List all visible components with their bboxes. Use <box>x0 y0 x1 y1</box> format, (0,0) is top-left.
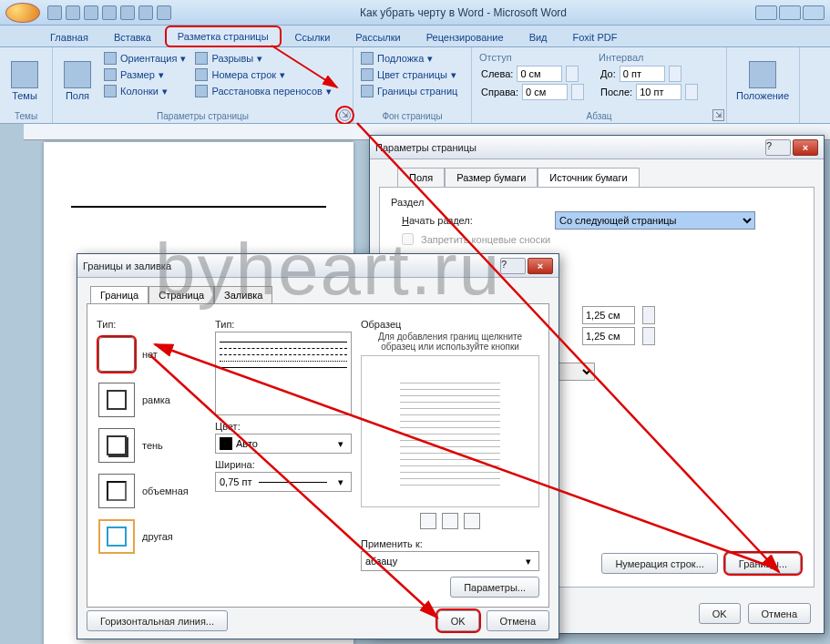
orientation-icon <box>104 52 117 65</box>
qat-item-icon[interactable] <box>157 5 171 20</box>
edge-vcenter-button[interactable] <box>442 513 458 529</box>
margins-button[interactable]: Поля <box>58 51 97 111</box>
edge-left-button[interactable] <box>420 513 436 529</box>
tab-view[interactable]: Вид <box>517 27 559 46</box>
page-setup-cancel-button[interactable]: Отмена <box>748 603 811 624</box>
spacing-header: Интервал <box>597 51 698 64</box>
line-numbers-dialog-button[interactable]: Нумерация строк... <box>601 553 717 574</box>
columns-icon <box>104 85 117 97</box>
bs-tab-borders[interactable]: Граница <box>90 286 149 304</box>
tab-home[interactable]: Главная <box>38 27 100 46</box>
border-type-none[interactable]: нет <box>97 335 206 373</box>
horizontal-line-button[interactable]: Горизонтальная линия... <box>87 610 228 631</box>
spacing-after-input[interactable] <box>636 84 681 100</box>
themes-button[interactable]: Темы <box>5 51 44 111</box>
hyphenation-button[interactable]: Расстановка переносов ▾ <box>193 84 333 98</box>
indent-right-input[interactable] <box>522 84 568 100</box>
borders-dialog-button[interactable]: Границы... <box>725 553 801 574</box>
spin-up-icon[interactable] <box>566 66 579 82</box>
qat-redo-icon[interactable] <box>84 5 98 20</box>
dialog-help-button[interactable]: ? <box>765 139 791 156</box>
qat-item-icon[interactable] <box>138 5 153 20</box>
watermark-icon <box>361 52 374 65</box>
size-button[interactable]: Размер ▾ <box>102 67 188 82</box>
border-options-button[interactable]: Параметры... <box>450 577 539 598</box>
tab-insert[interactable]: Вставка <box>102 27 163 46</box>
tab-review[interactable]: Рецензирование <box>415 27 516 46</box>
page-setup-launcher[interactable]: ⇲ <box>339 109 351 121</box>
spacing-after-spinner[interactable]: После: <box>597 84 698 100</box>
width-label: Ширина: <box>215 459 352 470</box>
page-color-icon <box>361 68 374 81</box>
tab-mailings[interactable]: Рассылки <box>343 27 412 46</box>
qat-save-icon[interactable] <box>47 5 62 20</box>
border-type-box[interactable]: рамка <box>97 381 206 419</box>
minimize-button[interactable] <box>755 5 777 20</box>
dialog-close-button[interactable]: × <box>793 139 818 156</box>
border-width-combo[interactable]: 0,75 пт ▾ <box>215 472 352 492</box>
margins-icon <box>64 61 91 88</box>
borders-cancel-button[interactable]: Отмена <box>487 610 549 631</box>
borders-dialog-title: Границы и заливка <box>83 261 171 271</box>
header-distance-input[interactable] <box>582 306 635 324</box>
indent-right-spinner[interactable]: Справа: <box>477 84 584 100</box>
office-button[interactable] <box>5 3 40 23</box>
borders-ok-button[interactable]: OK <box>437 610 479 631</box>
dialog-close-button[interactable]: × <box>528 258 553 274</box>
ribbon: Темы Темы Поля Ориентация ▾ Размер ▾ Кол… <box>0 47 830 124</box>
indent-left-input[interactable] <box>517 66 562 82</box>
border-type-custom[interactable]: другая <box>97 517 206 556</box>
ps-tab-margins[interactable]: Поля <box>397 168 445 188</box>
breaks-button[interactable]: Разрывы ▾ <box>193 51 333 66</box>
qat-item-icon[interactable] <box>102 5 117 20</box>
border-type-3d[interactable]: объемная <box>97 472 206 510</box>
spin-icon[interactable] <box>642 306 655 324</box>
columns-button[interactable]: Колонки ▾ <box>102 84 188 98</box>
tab-page-layout[interactable]: Разметка страницы <box>165 26 282 47</box>
preview-content <box>400 377 500 486</box>
tab-references[interactable]: Ссылки <box>283 27 343 46</box>
spin-up-icon[interactable] <box>685 84 698 100</box>
suppress-endnotes-label: Запретить концевые сноски <box>421 234 550 245</box>
position-button[interactable]: Положение <box>733 51 793 111</box>
indent-left-spinner[interactable]: Слева: <box>477 66 584 82</box>
bs-tab-shading[interactable]: Заливка <box>214 286 272 304</box>
section-start-select[interactable]: Со следующей страницы <box>555 211 755 230</box>
watermark-button[interactable]: Подложка ▾ <box>359 51 459 66</box>
spacing-before-input[interactable] <box>620 66 665 82</box>
spin-up-icon[interactable] <box>669 66 681 82</box>
bs-tab-page[interactable]: Страница <box>149 286 214 304</box>
dialog-help-button[interactable]: ? <box>500 258 526 274</box>
themes-label: Темы <box>12 90 37 101</box>
breaks-icon <box>195 52 208 65</box>
section-start-label: ННачать раздел:ачать раздел: <box>402 215 548 226</box>
line-numbers-icon <box>195 68 208 81</box>
spin-up-icon[interactable] <box>571 84 584 100</box>
group-paragraph-label: Абзац <box>472 109 726 123</box>
close-button[interactable] <box>803 5 825 20</box>
tab-foxit[interactable]: Foxit PDF <box>561 27 630 46</box>
ps-tab-paper[interactable]: Размер бумаги <box>445 168 538 188</box>
indent-header: Отступ <box>477 51 584 64</box>
apply-to-combo[interactable]: абзацу ▾ <box>361 551 539 571</box>
page-borders-button[interactable]: Границы страниц <box>359 84 459 98</box>
spin-icon[interactable] <box>642 327 655 345</box>
ps-tab-layout[interactable]: Источник бумаги <box>538 168 639 188</box>
edge-right-button[interactable] <box>464 513 480 529</box>
paragraph-launcher[interactable]: ⇲ <box>712 109 724 121</box>
page-setup-ok-button[interactable]: OK <box>699 603 741 624</box>
border-style-list[interactable] <box>215 332 352 415</box>
orientation-button[interactable]: Ориентация ▾ <box>102 51 188 66</box>
border-color-combo[interactable]: Авто ▾ <box>215 434 352 454</box>
qat-item-icon[interactable] <box>120 5 135 20</box>
qat-undo-icon[interactable] <box>66 5 80 20</box>
spacing-before-spinner[interactable]: До: <box>597 66 698 82</box>
page-color-button[interactable]: Цвет страницы ▾ <box>359 67 459 82</box>
border-type-shadow[interactable]: тень <box>97 426 206 465</box>
footer-distance-input[interactable] <box>582 327 635 345</box>
maximize-button[interactable] <box>779 5 801 20</box>
line-numbers-button[interactable]: Номера строк ▾ <box>193 67 333 82</box>
border-preview[interactable] <box>361 355 539 507</box>
margins-label: Поля <box>66 90 89 101</box>
themes-icon <box>11 61 38 88</box>
